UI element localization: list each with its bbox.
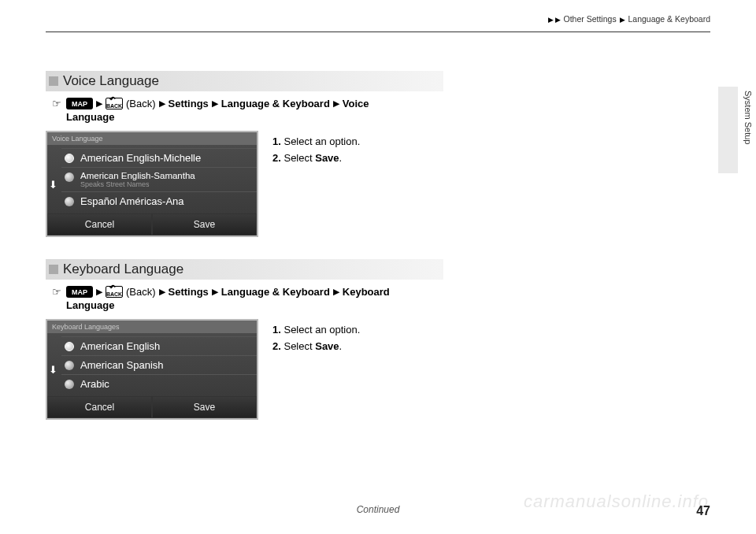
- scroll-arrow-icon: ⬇: [49, 364, 57, 376]
- section-marker-icon: [49, 265, 58, 274]
- radio-icon: [65, 380, 74, 389]
- list-item[interactable]: American English-Michelle: [61, 148, 257, 167]
- content-row: Keyboard Languages ⬇ American English Am…: [46, 319, 710, 420]
- radio-icon: [65, 172, 74, 182]
- list-item[interactable]: American English-Samantha Speaks Street …: [61, 167, 257, 191]
- device-screenshot-keyboard-language: Keyboard Languages ⬇ American English Am…: [46, 319, 258, 420]
- map-button-icon: MAP: [66, 286, 93, 298]
- section-title-text: Keyboard Language: [63, 261, 183, 277]
- triangle-icon: ▶: [620, 16, 625, 24]
- triangle-icon: ▶: [159, 98, 165, 109]
- step: 1. Select an option.: [272, 134, 360, 150]
- breadcrumb-seg: Other Settings: [564, 14, 617, 24]
- triangle-icon: ▶: [159, 287, 165, 297]
- screenshot-header: Voice Language: [47, 132, 257, 145]
- option-label: Español Américas-Ana: [80, 195, 184, 207]
- triangle-icon: ▶: [212, 98, 218, 109]
- path-seg: Settings: [169, 286, 209, 298]
- option-label: American Spanish: [80, 359, 164, 371]
- triangle-icon: ▶: [333, 287, 339, 297]
- radio-icon: [65, 361, 74, 370]
- hand-icon: ☞: [52, 98, 61, 109]
- radio-icon: [65, 154, 74, 163]
- triangle-icon: ▶: [555, 16, 561, 24]
- list-item[interactable]: Arabic: [61, 374, 257, 393]
- save-button[interactable]: Save: [152, 213, 257, 235]
- back-text: (Back): [126, 98, 156, 109]
- back-text: (Back): [126, 286, 156, 298]
- cancel-button[interactable]: Cancel: [47, 213, 152, 235]
- section-marker-icon: [49, 76, 58, 86]
- device-screenshot-voice-language: Voice Language ⬇ American English-Michel…: [46, 131, 258, 237]
- section-title-text: Voice Language: [63, 73, 159, 89]
- section-heading-keyboard-language: Keyboard Language: [46, 259, 443, 280]
- nav-path: ☞ MAP ▶ BACK (Back) ▶ Settings ▶ Languag…: [52, 98, 710, 109]
- page-content: Voice Language ☞ MAP ▶ BACK (Back) ▶ Set…: [46, 71, 710, 420]
- list-item[interactable]: Español Américas-Ana: [61, 191, 257, 210]
- map-button-icon: MAP: [66, 98, 93, 109]
- triangle-icon: ▶: [96, 287, 102, 297]
- back-button-icon: BACK: [106, 286, 123, 298]
- option-label: American English-Michelle: [80, 152, 201, 164]
- nav-path: ☞ MAP ▶ BACK (Back) ▶ Settings ▶ Languag…: [52, 286, 710, 298]
- radio-icon: [65, 197, 74, 206]
- triangle-icon: ▶: [96, 98, 102, 109]
- triangle-icon: ▶: [548, 16, 554, 24]
- path-continuation: Language: [66, 111, 710, 123]
- screenshot-body: ⬇ American English American Spanish Arab…: [47, 333, 257, 396]
- section-heading-voice-language: Voice Language: [46, 71, 443, 91]
- screenshot-footer: Cancel Save: [47, 396, 257, 418]
- scroll-arrow-icon: ⬇: [49, 178, 57, 190]
- breadcrumb-seg: Language & Keyboard: [628, 14, 710, 24]
- step: 2. Select Save.: [272, 150, 360, 167]
- option-label: Arabic: [80, 378, 109, 390]
- list-item[interactable]: American English: [61, 336, 257, 355]
- instruction-steps: 1. Select an option. 2. Select Save.: [272, 131, 360, 167]
- path-seg: Settings: [169, 98, 209, 109]
- side-tab: [718, 87, 738, 173]
- step: 2. Select Save.: [272, 339, 360, 355]
- screenshot-footer: Cancel Save: [47, 213, 257, 235]
- path-seg: Language & Keyboard: [221, 286, 330, 298]
- path-seg: Voice: [343, 98, 369, 109]
- screenshot-header: Keyboard Languages: [47, 321, 257, 333]
- content-row: Voice Language ⬇ American English-Michel…: [46, 131, 710, 237]
- continued-label: Continued: [0, 504, 756, 515]
- back-button-icon: BACK: [106, 98, 123, 109]
- breadcrumb: ▶▶ Other Settings ▶ Language & Keyboard: [547, 14, 710, 24]
- path-seg: Keyboard: [343, 286, 390, 298]
- hand-icon: ☞: [52, 286, 61, 298]
- triangle-icon: ▶: [212, 287, 218, 297]
- triangle-icon: ▶: [333, 98, 339, 109]
- top-rule: [46, 32, 710, 32]
- step: 1. Select an option.: [272, 322, 360, 339]
- option-sublabel: Speaks Street Names: [80, 180, 195, 188]
- page-number: 47: [696, 504, 710, 518]
- radio-icon: [65, 342, 74, 351]
- instruction-steps: 1. Select an option. 2. Select Save.: [272, 319, 360, 355]
- screenshot-body: ⬇ American English-Michelle American Eng…: [47, 145, 257, 213]
- save-button[interactable]: Save: [152, 396, 257, 418]
- option-label: American English-Samantha: [80, 171, 195, 180]
- cancel-button[interactable]: Cancel: [47, 396, 152, 418]
- path-seg: Language & Keyboard: [221, 98, 330, 109]
- path-continuation: Language: [66, 299, 710, 311]
- list-item[interactable]: American Spanish: [61, 355, 257, 374]
- option-label: American English: [80, 340, 160, 352]
- side-tab-label: System Setup: [743, 91, 753, 144]
